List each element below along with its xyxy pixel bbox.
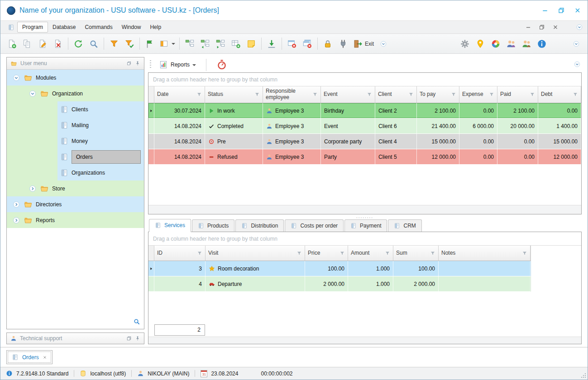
technical-support-panel[interactable]: Technical support <box>6 332 144 344</box>
tree-search-button[interactable] <box>133 318 140 325</box>
tab-costs-per-order[interactable]: Costs per order <box>285 219 344 232</box>
close-window-button[interactable] <box>284 36 300 52</box>
menu-database[interactable]: Database <box>48 22 80 32</box>
color-theme-button[interactable] <box>488 36 503 52</box>
flag-button[interactable] <box>142 36 158 52</box>
column-header-price[interactable]: Price <box>305 246 348 261</box>
user-groups-button[interactable] <box>519 36 534 52</box>
toolbar-overflow-right-button[interactable] <box>569 36 584 52</box>
delete-record-button[interactable] <box>50 36 66 52</box>
menu-help[interactable]: Help <box>145 22 166 32</box>
group-by-area[interactable]: Drag a column header here to group by th… <box>148 232 581 246</box>
column-header-status[interactable]: Status <box>205 86 263 103</box>
tree-expand-button[interactable] <box>182 36 197 52</box>
column-header-event[interactable]: Event <box>321 86 375 103</box>
toolbar-grip[interactable] <box>150 60 151 69</box>
filter-icon[interactable] <box>367 92 372 97</box>
filter-icon[interactable] <box>197 251 202 256</box>
column-header-to-pay[interactable]: To pay <box>417 86 459 103</box>
tab-crm[interactable]: CRM <box>388 219 421 232</box>
tab-distribution[interactable]: Distribution <box>235 219 284 232</box>
document-tab-orders[interactable]: Orders <box>6 350 53 364</box>
filter-icon[interactable] <box>451 92 456 97</box>
tree-item-mailing[interactable]: Mailing <box>7 117 144 133</box>
column-header-client[interactable]: Client <box>375 86 417 103</box>
column-header-paid[interactable]: Paid <box>497 86 538 103</box>
add-record-button[interactable] <box>4 36 19 52</box>
refresh-button[interactable] <box>71 36 86 52</box>
filter-icon[interactable] <box>339 251 345 256</box>
chevron-right-icon[interactable] <box>29 185 37 193</box>
overflow-chevron-icon[interactable] <box>576 24 583 31</box>
plugin-button[interactable] <box>335 36 351 52</box>
tree-item-clients[interactable]: Clients <box>7 101 144 117</box>
close-button[interactable] <box>574 7 581 14</box>
column-header-sum[interactable]: Sum <box>393 246 439 261</box>
filter-icon[interactable] <box>196 92 202 97</box>
toolbar-overflow-button[interactable] <box>574 61 581 68</box>
tree-promote-button[interactable] <box>197 36 213 52</box>
tree-item-modules[interactable]: Modules <box>7 70 144 86</box>
filter-icon[interactable] <box>312 92 318 97</box>
add-list-button[interactable] <box>228 36 244 52</box>
chevron-right-icon[interactable] <box>12 216 20 224</box>
service-row-2[interactable]: 4 Departure 2 000.00 1.000 2 000.00 <box>148 276 531 292</box>
chevron-down-icon[interactable] <box>29 90 37 98</box>
column-header-amount[interactable]: Amount <box>348 246 393 261</box>
column-header-notes[interactable]: Notes <box>439 246 531 261</box>
lock-button[interactable] <box>320 36 335 52</box>
column-header-responsible-employee[interactable]: Responsible employee <box>263 86 321 103</box>
pin-panel-button[interactable] <box>135 61 140 66</box>
copy-record-button[interactable] <box>19 36 35 52</box>
mdi-restore-button[interactable] <box>539 24 545 30</box>
mdi-close-button[interactable] <box>552 24 559 30</box>
column-header-date[interactable]: Date <box>154 86 205 103</box>
horizontal-scrollbar[interactable] <box>148 205 581 214</box>
users-button[interactable] <box>503 36 519 52</box>
minimize-button[interactable] <box>541 7 549 14</box>
tree-item-orders[interactable]: Orders <box>7 149 144 165</box>
chevron-down-icon[interactable] <box>12 74 20 82</box>
filter-apply-button[interactable] <box>122 36 137 52</box>
tree-item-store[interactable]: Store <box>7 180 144 196</box>
menu-commands[interactable]: Commands <box>80 22 117 32</box>
restore-button[interactable] <box>558 7 565 14</box>
info-button[interactable] <box>534 36 550 52</box>
splitter-handle[interactable]: ........ <box>148 214 582 219</box>
reports-dropdown-button[interactable]: Reports <box>155 58 200 71</box>
filter-button[interactable] <box>106 36 122 52</box>
resize-grip[interactable] <box>581 373 586 378</box>
menu-window[interactable]: Window <box>117 22 146 32</box>
column-header-expense[interactable]: Expense <box>459 86 497 103</box>
menu-program[interactable]: Program <box>17 22 48 33</box>
collapse-panel-button[interactable] <box>126 336 132 341</box>
filter-icon[interactable] <box>530 92 535 97</box>
tab-services[interactable]: Services <box>149 219 191 232</box>
mdi-minimize-button[interactable] <box>525 24 531 30</box>
order-row-1[interactable]: 30.07.2024 In work Employee 3 Birthday C… <box>148 103 581 119</box>
tab-products[interactable]: Products <box>192 219 234 232</box>
filter-icon[interactable] <box>573 92 578 97</box>
tree-item-reports[interactable]: Reports <box>7 212 144 228</box>
filter-icon[interactable] <box>408 92 414 97</box>
tab-payment[interactable]: Payment <box>344 219 387 232</box>
tree-item-organization[interactable]: Organization <box>7 86 144 101</box>
notes-button[interactable] <box>244 36 259 52</box>
filter-icon[interactable] <box>254 92 260 97</box>
toolbar-overflow-button[interactable] <box>376 36 391 52</box>
order-row-4[interactable]: 14.08.2024 Refused Employee 3 Party Clie… <box>148 149 581 165</box>
tree-item-money[interactable]: Money <box>7 133 144 149</box>
map-pin-button[interactable] <box>473 36 488 52</box>
pin-panel-button[interactable] <box>135 336 140 341</box>
timer-button[interactable] <box>213 57 231 72</box>
settings-button[interactable] <box>457 36 473 52</box>
close-tab-button[interactable] <box>43 355 47 360</box>
close-all-windows-button[interactable] <box>300 36 315 52</box>
search-button[interactable] <box>86 36 101 52</box>
column-header-visit[interactable]: Visit <box>206 246 305 261</box>
filter-icon[interactable] <box>430 251 435 256</box>
float-panel-button[interactable] <box>126 61 132 66</box>
horizontal-scrollbar[interactable] <box>148 337 581 344</box>
group-by-area[interactable]: Drag a column header here to group by th… <box>148 73 581 86</box>
info-icon[interactable] <box>6 370 13 377</box>
